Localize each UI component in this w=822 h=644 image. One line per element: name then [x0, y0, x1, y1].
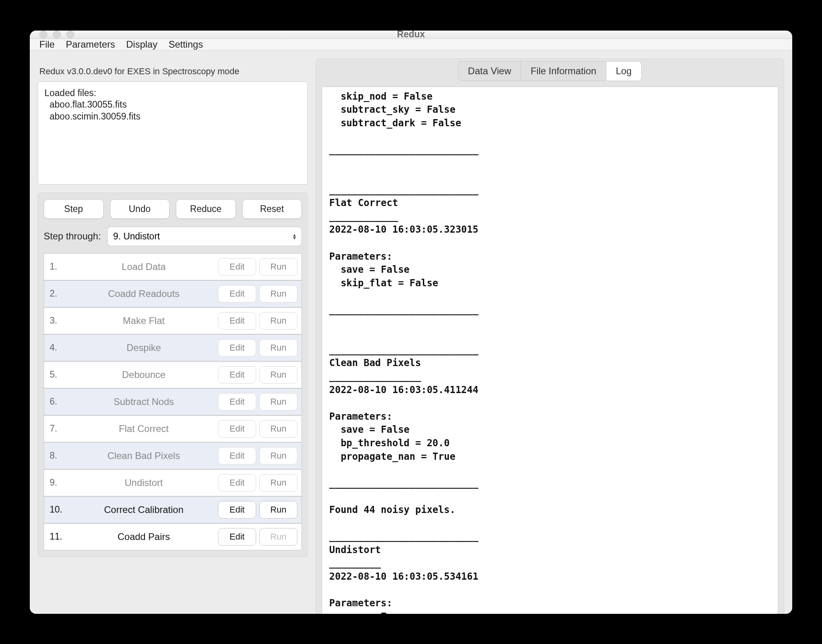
step-row: 4.DespikeEditRun — [44, 334, 302, 361]
step-number: 10. — [48, 504, 69, 515]
step-number: 11. — [48, 531, 69, 542]
edit-button[interactable]: Edit — [218, 393, 256, 411]
edit-button[interactable]: Edit — [218, 420, 256, 438]
tab-log[interactable]: Log — [606, 61, 642, 81]
version-label: Redux v3.0.0.dev0 for EXES in Spectrosco… — [38, 58, 308, 81]
step-through-row: Step through: 9. Undistort ▴▾ — [44, 227, 302, 246]
step-through-label: Step through: — [44, 231, 101, 242]
run-button[interactable]: Run — [259, 393, 297, 411]
edit-button[interactable]: Edit — [218, 258, 256, 276]
step-row: 8.Clean Bad PixelsEditRun — [44, 442, 302, 469]
edit-button[interactable]: Edit — [218, 312, 256, 330]
minimize-icon[interactable] — [53, 31, 61, 39]
menu-settings[interactable]: Settings — [168, 39, 203, 50]
step-name: Despike — [73, 342, 215, 353]
tabs: Data View File Information Log — [316, 59, 784, 81]
titlebar: Redux — [30, 31, 792, 39]
log-output[interactable]: skip_nod = False subtract_sky = False su… — [322, 87, 778, 614]
step-number: 4. — [48, 342, 69, 353]
step-number: 1. — [48, 261, 69, 272]
step-name: Make Flat — [73, 315, 215, 326]
run-button[interactable]: Run — [259, 312, 297, 330]
step-number: 7. — [48, 423, 69, 434]
edit-button[interactable]: Edit — [218, 366, 256, 384]
run-button[interactable]: Run — [259, 474, 297, 492]
window-title: Redux — [30, 31, 792, 40]
left-panel: Redux v3.0.0.dev0 for EXES in Spectrosco… — [38, 58, 308, 614]
step-name: Subtract Nods — [73, 396, 215, 407]
tab-data-view[interactable]: Data View — [458, 61, 521, 81]
main-window: Redux File Parameters Display Settings R… — [30, 31, 792, 614]
step-number: 3. — [48, 315, 69, 326]
reset-button[interactable]: Reset — [242, 199, 302, 219]
step-row: 5.DebounceEditRun — [44, 361, 302, 388]
close-icon[interactable] — [39, 31, 47, 39]
step-row: 1.Load DataEditRun — [44, 253, 302, 280]
edit-button[interactable]: Edit — [218, 447, 256, 465]
run-button: Run — [259, 528, 297, 546]
menu-display[interactable]: Display — [126, 39, 158, 50]
step-name: Load Data — [73, 261, 215, 272]
step-row: 2.Coadd ReadoutsEditRun — [44, 280, 302, 307]
traffic-lights — [30, 31, 74, 39]
step-name: Correct Calibration — [73, 504, 215, 515]
steps-list: 1.Load DataEditRun2.Coadd ReadoutsEditRu… — [44, 253, 302, 550]
run-button[interactable]: Run — [259, 366, 297, 384]
step-name: Undistort — [73, 477, 215, 488]
undo-button[interactable]: Undo — [110, 199, 170, 219]
right-panel: Data View File Information Log skip_nod … — [316, 58, 784, 614]
tab-file-information[interactable]: File Information — [521, 61, 606, 81]
control-panel: Step Undo Reduce Reset Step through: 9. … — [38, 193, 308, 557]
edit-button[interactable]: Edit — [218, 285, 256, 303]
action-buttons: Step Undo Reduce Reset — [44, 199, 302, 219]
step-row: 10.Correct CalibrationEditRun — [44, 496, 302, 523]
menu-file[interactable]: File — [39, 39, 55, 50]
step-button[interactable]: Step — [44, 199, 104, 219]
run-button[interactable]: Run — [259, 285, 297, 303]
step-number: 2. — [48, 288, 69, 299]
step-name: Clean Bad Pixels — [73, 450, 215, 461]
step-name: Flat Correct — [73, 423, 215, 434]
run-button[interactable]: Run — [259, 501, 297, 519]
step-number: 6. — [48, 396, 69, 407]
loaded-files-box: Loaded files: aboo.flat.30055.fits aboo.… — [38, 81, 308, 185]
run-button[interactable]: Run — [259, 339, 297, 357]
edit-button[interactable]: Edit — [218, 339, 256, 357]
step-row: 3.Make FlatEditRun — [44, 307, 302, 334]
step-number: 9. — [48, 477, 69, 488]
step-number: 5. — [48, 369, 69, 380]
menubar: File Parameters Display Settings — [30, 39, 792, 50]
step-through-select[interactable]: 9. Undistort ▴▾ — [107, 227, 302, 246]
step-row: 9.UndistortEditRun — [44, 469, 302, 496]
run-button[interactable]: Run — [259, 258, 297, 276]
step-row: 11.Coadd PairsEditRun — [44, 523, 302, 550]
step-name: Debounce — [73, 369, 215, 380]
step-row: 7.Flat CorrectEditRun — [44, 415, 302, 442]
edit-button[interactable]: Edit — [218, 528, 256, 546]
zoom-icon[interactable] — [66, 31, 74, 39]
edit-button[interactable]: Edit — [218, 474, 256, 492]
reduce-button[interactable]: Reduce — [176, 199, 236, 219]
edit-button[interactable]: Edit — [218, 501, 256, 519]
run-button[interactable]: Run — [259, 420, 297, 438]
step-row: 6.Subtract NodsEditRun — [44, 388, 302, 415]
chevron-updown-icon: ▴▾ — [293, 233, 296, 240]
step-name: Coadd Pairs — [73, 531, 215, 542]
run-button[interactable]: Run — [259, 447, 297, 465]
menu-parameters[interactable]: Parameters — [66, 39, 115, 50]
step-name: Coadd Readouts — [73, 288, 215, 299]
step-through-value: 9. Undistort — [113, 231, 160, 242]
step-number: 8. — [48, 450, 69, 461]
content: Redux v3.0.0.dev0 for EXES in Spectrosco… — [30, 50, 792, 614]
